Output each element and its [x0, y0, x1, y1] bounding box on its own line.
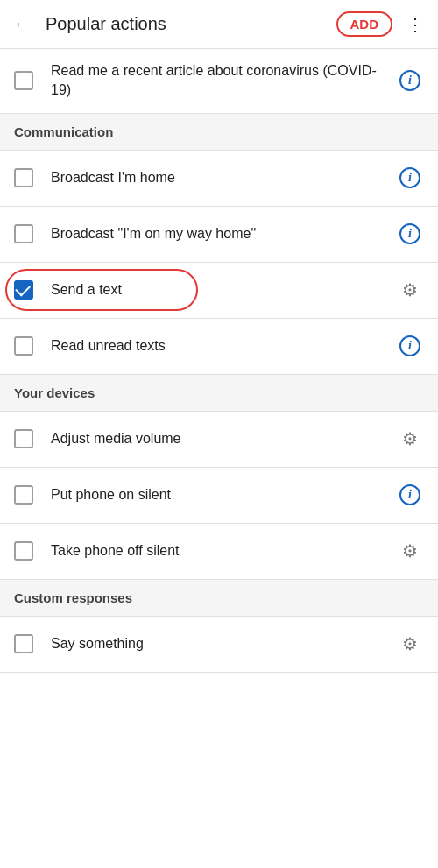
info-icon: i: [399, 70, 420, 91]
gear-icon: ⚙: [402, 540, 418, 561]
list-item: Say something ⚙: [0, 617, 438, 673]
checkbox-covid-article[interactable]: [14, 71, 33, 90]
section-header-custom-responses: Custom responses: [0, 580, 438, 617]
info-symbol: i: [408, 339, 412, 353]
gear-button-send-text[interactable]: ⚙: [396, 276, 424, 304]
gear-icon: ⚙: [402, 428, 418, 449]
list-item: Read unread texts i: [0, 319, 438, 375]
list-item: Adjust media volume ⚙: [0, 412, 438, 468]
header: ← Popular actions ADD ⋮: [0, 0, 438, 49]
item-label-phone-silent: Put phone on silent: [51, 485, 396, 505]
list-item: Take phone off silent ⚙: [0, 524, 438, 580]
info-icon: i: [399, 335, 420, 356]
info-button-covid-article[interactable]: i: [396, 67, 424, 95]
info-symbol: i: [408, 74, 412, 88]
section-header-communication: Communication: [0, 114, 438, 151]
page-title: Popular actions: [46, 14, 336, 34]
gear-icon: ⚙: [402, 279, 418, 300]
info-button-broadcast-way[interactable]: i: [396, 220, 424, 248]
info-icon: i: [399, 223, 420, 244]
info-symbol: i: [408, 488, 412, 502]
list-item: Read me a recent article about coronavir…: [0, 49, 438, 114]
back-button[interactable]: ←: [4, 7, 39, 42]
info-symbol: i: [408, 227, 412, 241]
list-item-send-text: Send a text ⚙: [0, 263, 438, 319]
add-button[interactable]: ADD: [336, 11, 393, 37]
list-item: Broadcast "I'm on my way home" i: [0, 207, 438, 263]
checkbox-send-text[interactable]: [14, 280, 33, 300]
checkbox-broadcast-way[interactable]: [14, 224, 33, 243]
info-button-broadcast-home[interactable]: i: [396, 164, 424, 192]
gear-button-adjust-volume[interactable]: ⚙: [396, 425, 424, 453]
info-symbol: i: [408, 171, 412, 185]
more-button[interactable]: ⋮: [399, 9, 431, 40]
item-label-read-unread: Read unread texts: [51, 336, 396, 356]
section-header-your-devices: Your devices: [0, 375, 438, 412]
checkbox-phone-off-silent[interactable]: [14, 541, 33, 561]
item-label-broadcast-way: Broadcast "I'm on my way home": [51, 224, 396, 243]
info-button-phone-silent[interactable]: i: [396, 481, 424, 509]
info-icon: i: [399, 484, 420, 505]
item-label-covid-article: Read me a recent article about coronavir…: [51, 61, 396, 101]
item-label-send-text: Send a text: [51, 280, 396, 300]
checkbox-phone-silent[interactable]: [14, 485, 33, 505]
checkbox-broadcast-home[interactable]: [14, 168, 33, 187]
more-icon: ⋮: [406, 14, 424, 35]
item-label-broadcast-home: Broadcast I'm home: [51, 168, 396, 187]
checkbox-adjust-volume[interactable]: [14, 429, 33, 448]
info-icon: i: [399, 167, 420, 188]
item-label-adjust-volume: Adjust media volume: [51, 429, 396, 448]
checkbox-read-unread[interactable]: [14, 336, 33, 356]
info-button-read-unread[interactable]: i: [396, 332, 424, 360]
gear-icon: ⚙: [402, 633, 418, 654]
list-item: Broadcast I'm home i: [0, 151, 438, 207]
gear-button-phone-off-silent[interactable]: ⚙: [396, 537, 424, 565]
list-item: Put phone on silent i: [0, 468, 438, 524]
item-label-phone-off-silent: Take phone off silent: [51, 541, 396, 561]
back-icon: ←: [14, 17, 28, 32]
gear-button-say-something[interactable]: ⚙: [396, 630, 424, 658]
checkbox-say-something[interactable]: [14, 634, 33, 653]
item-label-say-something: Say something: [51, 634, 396, 653]
